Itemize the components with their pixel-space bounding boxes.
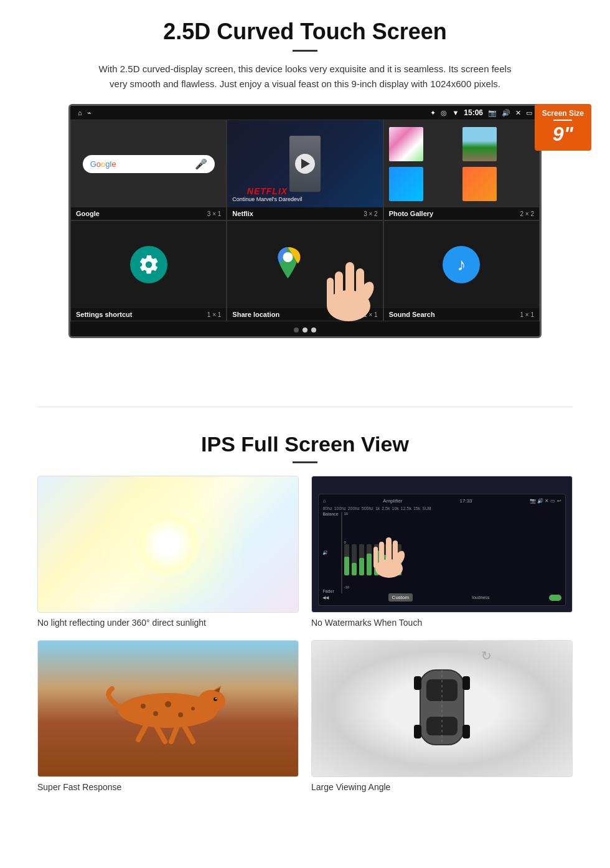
app-cell-sound[interactable]: ♪ Sound Search 1 × 1 xyxy=(383,220,540,321)
sunlight-image xyxy=(37,476,299,613)
usb-icon: ⌁ xyxy=(87,109,92,117)
svg-point-20 xyxy=(191,707,195,710)
netflix-logo-text: NETFLIX xyxy=(232,186,302,196)
svg-rect-9 xyxy=(379,542,384,567)
landscape-photo xyxy=(462,127,497,161)
car-bg: ↻ xyxy=(312,641,572,776)
svg-rect-2 xyxy=(356,268,364,304)
gallery-thumb-4 xyxy=(462,167,497,201)
amp-bar-3 xyxy=(359,544,364,575)
feature-grid: No light reflecting under 360° direct su… xyxy=(37,476,573,792)
status-left: ⌂ ⌁ xyxy=(78,109,92,117)
section-curved-screen: 2.5D Curved Touch Screen With 2.5D curve… xyxy=(0,0,610,388)
app-cell-netflix[interactable]: NETFLIX Continue Marvel's Daredevil Netf… xyxy=(227,120,383,220)
section-ips-screen: IPS Full Screen View No light reflecting… xyxy=(0,426,610,811)
amp-hand-svg xyxy=(367,522,411,578)
maps-svg xyxy=(274,247,302,278)
amp-custom-btn: Custom xyxy=(388,593,413,601)
sound-app-size: 1 × 1 xyxy=(520,311,534,318)
section1-title: 2.5D Curved Touch Screen xyxy=(37,19,573,45)
wifi-icon: ▼ xyxy=(452,109,459,116)
amp-toggle[interactable] xyxy=(549,595,561,601)
gallery-thumb-2 xyxy=(462,127,497,161)
gallery-label: Photo Gallery 2 × 2 xyxy=(384,207,539,220)
rotation-arrow: ↻ xyxy=(481,648,492,663)
mic-icon: 🎤 xyxy=(195,158,207,170)
app-cell-settings[interactable]: Settings shortcut 1 × 1 xyxy=(70,220,227,321)
maps-icon xyxy=(274,247,302,281)
google-label: Google 3 × 1 xyxy=(71,207,226,220)
svg-point-17 xyxy=(153,711,158,716)
app-cell-google[interactable]: Google 🎤 Google 3 × 1 xyxy=(70,120,227,220)
gear-icon xyxy=(138,253,160,276)
amp-sliders: 10 0 -10 xyxy=(341,512,561,593)
feature-amplifier: ⌂ Amplifier 17:33 📷 🔊 ✕ ▭ ↩ 60hz100hz200… xyxy=(311,476,573,628)
svg-rect-33 xyxy=(462,725,470,738)
car-caption: Large Viewing Angle xyxy=(311,782,573,792)
device-frame: ⌂ ⌁ ✦ ◎ ▼ 15:06 📷 🔊 ✕ ▭ xyxy=(68,104,542,338)
amp-bar-1-fill xyxy=(344,557,349,575)
feature-car: ↻ Large Viewing Angle xyxy=(311,640,573,792)
title-underline xyxy=(293,50,317,52)
svg-rect-31 xyxy=(462,676,470,690)
google-logo: Google xyxy=(90,159,116,169)
svg-point-22 xyxy=(215,698,217,699)
dot-1 xyxy=(294,328,299,333)
amplifier-caption: No Watermarks When Touch xyxy=(311,618,573,628)
svg-rect-30 xyxy=(414,676,421,690)
svg-line-24 xyxy=(171,726,177,742)
app-cell-gallery[interactable]: Photo Gallery 2 × 2 xyxy=(383,120,540,220)
svg-line-23 xyxy=(184,725,193,742)
car-svg xyxy=(411,658,473,757)
flower-photo xyxy=(389,127,423,161)
sound-icon-circle: ♪ xyxy=(443,246,480,283)
amp-hand-overlay xyxy=(367,522,411,580)
netflix-play-button[interactable] xyxy=(295,154,315,174)
orange-photo xyxy=(462,167,497,201)
sound-app-name: Sound Search xyxy=(389,311,435,318)
amp-bar-2 xyxy=(352,544,357,575)
gallery-app-name: Photo Gallery xyxy=(389,210,434,217)
settings-app-name: Settings shortcut xyxy=(76,311,132,318)
amp-topbar: ⌂ Amplifier 17:33 📷 🔊 ✕ ▭ ↩ xyxy=(322,498,561,504)
section1-description: With 2.5D curved-display screen, this de… xyxy=(93,62,517,92)
app-cell-share[interactable]: Share location 1 × 1 xyxy=(227,220,383,321)
amp-volume-label: 🔊 xyxy=(322,550,339,555)
gallery-app-size: 2 × 2 xyxy=(520,210,534,217)
sunlight-caption: No light reflecting under 360° direct su… xyxy=(37,618,299,628)
netflix-subtitle: Continue Marvel's Daredevil xyxy=(232,196,302,202)
netflix-app-name: Netflix xyxy=(232,210,253,217)
play-triangle xyxy=(301,159,310,169)
google-app-name: Google xyxy=(76,210,100,217)
sunlight-bg xyxy=(38,476,298,612)
dot-indicator-row xyxy=(70,321,540,336)
amp-fader-label: Fader xyxy=(322,589,339,593)
car-image: ↻ xyxy=(311,640,573,777)
google-search-bar[interactable]: Google 🎤 xyxy=(83,155,215,173)
sound-app-area: ♪ xyxy=(384,221,539,308)
svg-rect-1 xyxy=(345,262,354,303)
netflix-label: Netflix 3 × 2 xyxy=(227,207,382,220)
dot-2 xyxy=(303,328,307,333)
share-label: Share location 1 × 1 xyxy=(227,308,382,321)
settings-app-area xyxy=(71,221,226,308)
amp-v-scale: 10 0 -10 xyxy=(341,512,342,593)
feature-cheetah: Super Fast Response xyxy=(37,640,299,792)
amp-nav-left: ◀◀ xyxy=(322,595,329,600)
dot-row xyxy=(294,328,316,333)
amp-home-icon: ⌂ xyxy=(322,498,326,504)
blue-photo xyxy=(389,167,423,201)
cheetah-image xyxy=(37,640,299,777)
amp-loudness-label: loudness xyxy=(472,595,489,600)
location-icon: ◎ xyxy=(441,109,447,117)
close-icon: ✕ xyxy=(515,109,521,117)
cheetah-figure xyxy=(100,670,237,747)
svg-line-26 xyxy=(138,725,146,740)
section2-underline xyxy=(293,461,317,463)
gallery-app-area xyxy=(384,120,539,207)
screen-size-badge: Screen Size 9" xyxy=(535,104,591,151)
share-app-area xyxy=(227,221,382,308)
cheetah-svg xyxy=(100,670,237,745)
amplifier-image: ⌂ Amplifier 17:33 📷 🔊 ✕ ▭ ↩ 60hz100hz200… xyxy=(311,476,573,613)
amp-screen: ⌂ Amplifier 17:33 📷 🔊 ✕ ▭ ↩ 60hz100hz200… xyxy=(318,494,565,606)
